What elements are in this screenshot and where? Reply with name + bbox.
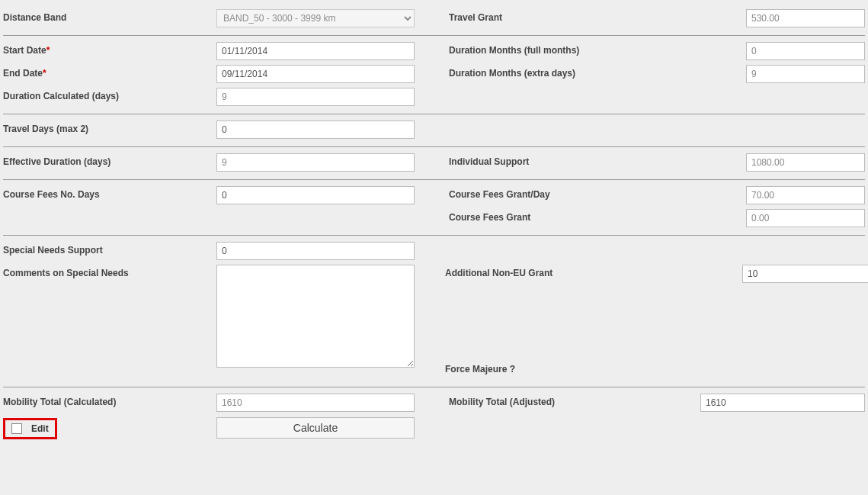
distance-band-label: Distance Band [3, 9, 216, 23]
comments-special-needs-textarea[interactable] [216, 265, 415, 368]
additional-noneu-grant-input[interactable] [742, 265, 868, 283]
travel-days-input[interactable] [216, 121, 415, 139]
start-date-label: Start Date* [3, 42, 216, 56]
duration-calculated-input[interactable] [216, 88, 415, 106]
course-fees-grantday-label: Course Fees Grant/Day [449, 186, 746, 200]
travel-grant-label: Travel Grant [449, 9, 746, 23]
course-fees-nodays-label: Course Fees No. Days [3, 186, 216, 200]
effective-duration-label: Effective Duration (days) [3, 153, 216, 167]
edit-label: Edit [31, 423, 49, 434]
duration-months-extra-label: Duration Months (extra days) [449, 65, 746, 79]
duration-months-full-input[interactable] [746, 42, 865, 60]
comments-special-needs-label: Comments on Special Needs [3, 265, 216, 278]
course-fees-nodays-input[interactable] [216, 186, 415, 204]
effective-duration-input[interactable] [216, 153, 415, 172]
mobility-total-adj-input[interactable] [700, 394, 865, 412]
special-needs-support-label: Special Needs Support [3, 242, 216, 256]
duration-months-extra-input[interactable] [746, 65, 865, 83]
end-date-input[interactable] [216, 65, 415, 83]
course-fees-grantday-input[interactable] [746, 186, 865, 204]
mobility-total-calc-label: Mobility Total (Calculated) [3, 394, 216, 407]
travel-days-label: Travel Days (max 2) [3, 121, 216, 134]
mobility-total-calc-input[interactable] [216, 394, 415, 412]
duration-months-full-label: Duration Months (full months) [449, 42, 746, 56]
duration-calculated-label: Duration Calculated (days) [3, 88, 216, 101]
individual-support-label: Individual Support [449, 153, 746, 167]
edit-box[interactable]: Edit [3, 418, 57, 439]
individual-support-input[interactable] [746, 153, 865, 172]
edit-checkbox-icon [11, 423, 22, 434]
end-date-label: End Date* [3, 65, 216, 79]
travel-grant-input[interactable] [746, 9, 865, 27]
special-needs-support-input[interactable] [216, 242, 415, 260]
course-fees-grant-input[interactable] [746, 209, 865, 227]
start-date-input[interactable] [216, 42, 415, 60]
distance-band-select[interactable]: BAND_50 - 3000 - 3999 km [216, 9, 415, 27]
additional-noneu-grant-label: Additional Non-EU Grant [445, 265, 742, 278]
force-majeure-label: Force Majeure ? [445, 361, 742, 374]
mobility-total-adj-label: Mobility Total (Adjusted) [449, 394, 700, 407]
calculate-button[interactable]: Calculate [216, 417, 415, 439]
course-fees-grant-label: Course Fees Grant [449, 209, 746, 223]
